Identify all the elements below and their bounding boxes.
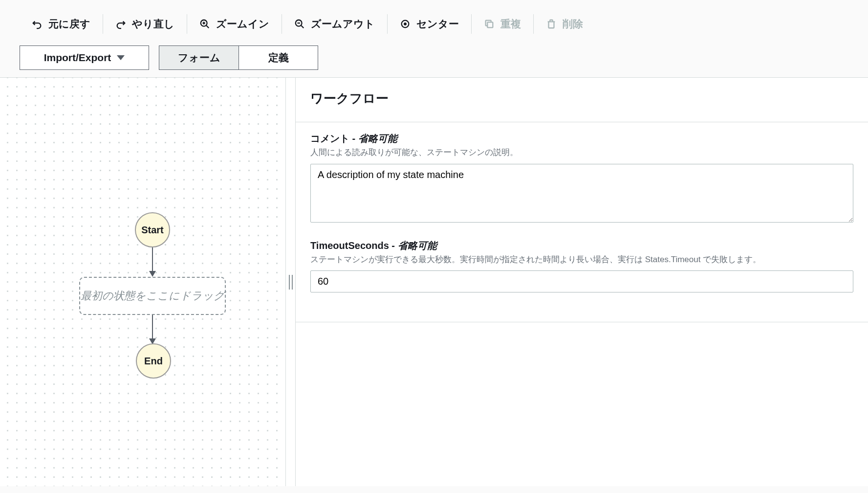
arrow-line: [152, 315, 153, 342]
center-button[interactable]: センター: [388, 12, 471, 36]
undo-label: 元に戻す: [48, 17, 90, 31]
form-body: コメント - 省略可能 人間による読み取りが可能な、ステートマシンの説明。 Ti…: [296, 122, 868, 322]
redo-icon: [115, 19, 126, 29]
timeout-field: TimeoutSeconds - 省略可能 ステートマシンが実行できる最大秒数。…: [310, 239, 853, 293]
comment-field: コメント - 省略可能 人間による読み取りが可能な、ステートマシンの説明。: [310, 132, 853, 224]
workflow-canvas[interactable]: Start 最初の状態をここにドラッグ End: [0, 78, 286, 486]
toolbar-secondary: Import/Export フォーム 定義: [20, 45, 848, 70]
start-node[interactable]: Start: [135, 212, 170, 247]
redo-label: やり直し: [132, 17, 174, 31]
import-export-button[interactable]: Import/Export: [20, 45, 149, 70]
arrow-line: [152, 247, 153, 274]
duplicate-label: 重複: [500, 17, 521, 31]
svg-point-8: [404, 23, 406, 25]
zoom-in-label: ズームイン: [216, 17, 269, 31]
zoom-out-label: ズームアウト: [311, 17, 375, 31]
zoom-in-button[interactable]: ズームイン: [187, 12, 282, 36]
chevron-down-icon: [117, 55, 125, 60]
timeout-input[interactable]: [310, 270, 853, 292]
zoom-out-icon: [294, 19, 305, 29]
duplicate-button[interactable]: 重複: [472, 12, 533, 36]
toolbar: 元に戻す やり直し ズームイン: [0, 0, 868, 77]
delete-icon: [546, 19, 557, 29]
center-label: センター: [416, 17, 459, 31]
form-header: ワークフロー: [296, 78, 868, 122]
timeout-label: TimeoutSeconds - 省略可能: [310, 239, 853, 252]
delete-button[interactable]: 削除: [534, 12, 595, 36]
tab-group: フォーム 定義: [159, 45, 318, 70]
duplicate-icon: [484, 19, 495, 29]
undo-icon: [32, 19, 43, 29]
arrow-head: [149, 271, 156, 277]
toolbar-actions: 元に戻す やり直し ズームイン: [20, 12, 848, 36]
zoom-out-button[interactable]: ズームアウト: [282, 12, 387, 36]
import-export-label: Import/Export: [44, 52, 111, 64]
redo-button[interactable]: やり直し: [103, 12, 187, 36]
end-node[interactable]: End: [136, 343, 171, 379]
center-icon: [400, 19, 411, 29]
splitter-handle-icon: [289, 275, 293, 290]
svg-line-1: [206, 25, 209, 28]
tab-definition[interactable]: 定義: [239, 45, 318, 70]
splitter[interactable]: [286, 78, 296, 486]
form-title: ワークフロー: [310, 90, 853, 107]
drop-zone[interactable]: 最初の状態をここにドラッグ: [79, 277, 226, 315]
svg-line-5: [301, 25, 304, 28]
zoom-in-icon: [199, 19, 210, 29]
main-area: Start 最初の状態をここにドラッグ End ワークフロー コメント - 省略…: [0, 77, 868, 486]
timeout-description: ステートマシンが実行できる最大秒数。実行時間が指定された時間より長い場合、実行は…: [310, 253, 853, 266]
delete-label: 削除: [563, 17, 583, 31]
undo-button[interactable]: 元に戻す: [20, 12, 103, 36]
comment-description: 人間による読み取りが可能な、ステートマシンの説明。: [310, 146, 853, 159]
tab-form[interactable]: フォーム: [159, 45, 239, 70]
svg-rect-9: [487, 22, 493, 27]
comment-textarea[interactable]: [310, 164, 853, 223]
comment-label: コメント - 省略可能: [310, 132, 853, 145]
form-panel: ワークフロー コメント - 省略可能 人間による読み取りが可能な、ステートマシン…: [296, 78, 868, 486]
